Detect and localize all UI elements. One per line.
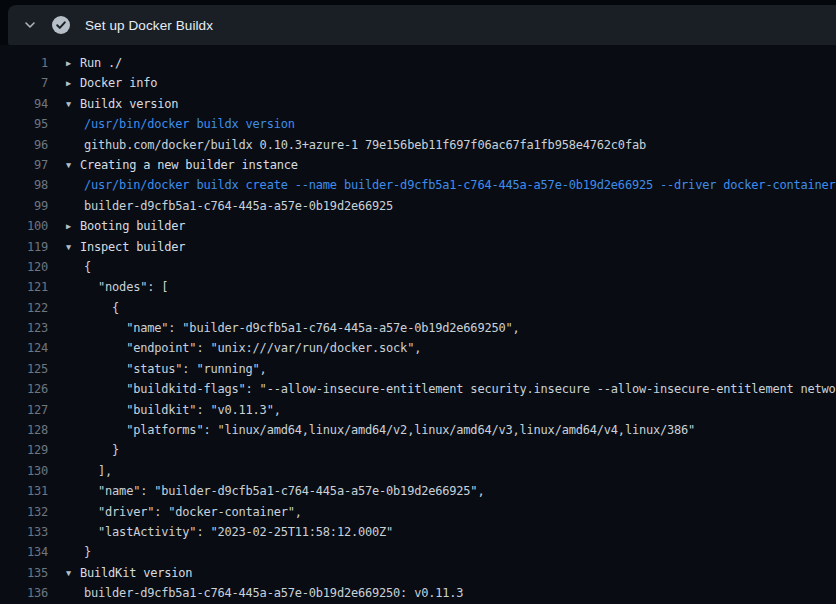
line-number[interactable]: 123	[0, 318, 48, 338]
log-group-row[interactable]: 97▼Creating a new builder instance	[0, 155, 836, 175]
line-number[interactable]: 7	[0, 73, 48, 93]
arrow-spacer	[66, 542, 80, 562]
log-line-row: 96github.com/docker/buildx 0.10.3+azure-…	[0, 135, 836, 155]
log-output-text: "name": "builder-d9cfb5a1-c764-445a-a57e…	[80, 318, 520, 338]
triangle-right-icon[interactable]: ▶	[66, 73, 80, 93]
line-number[interactable]: 98	[0, 175, 48, 195]
line-number[interactable]: 131	[0, 481, 48, 501]
log-output-text: }	[80, 440, 119, 460]
log-group-row[interactable]: 135▼BuildKit version	[0, 563, 836, 583]
log-group-title: Run ./	[80, 53, 122, 73]
log-line-row: 122 {	[0, 298, 836, 318]
log-output-text: "buildkitd-flags": "--allow-insecure-ent…	[80, 379, 836, 399]
log-output-text: "platforms": "linux/amd64,linux/amd64/v2…	[80, 420, 695, 440]
log-output-text: builder-d9cfb5a1-c764-445a-a57e-0b19d2e6…	[80, 583, 463, 603]
log-line-row: 131 "name": "builder-d9cfb5a1-c764-445a-…	[0, 481, 836, 501]
line-number[interactable]: 132	[0, 502, 48, 522]
arrow-spacer	[66, 318, 80, 338]
log-group-title: Creating a new builder instance	[80, 155, 298, 175]
step-title: Set up Docker Buildx	[85, 18, 213, 33]
log-output-text: {	[80, 257, 91, 277]
line-number[interactable]: 134	[0, 542, 48, 562]
log-output-text: "status": "running",	[80, 359, 267, 379]
arrow-spacer	[66, 114, 80, 134]
log-line-row: 99builder-d9cfb5a1-c764-445a-a57e-0b19d2…	[0, 196, 836, 216]
line-number[interactable]: 126	[0, 379, 48, 399]
triangle-down-icon[interactable]: ▼	[66, 155, 80, 175]
arrow-spacer	[66, 583, 80, 603]
line-number[interactable]: 135	[0, 563, 48, 583]
triangle-down-icon[interactable]: ▼	[66, 94, 80, 114]
log-line-row: 136builder-d9cfb5a1-c764-445a-a57e-0b19d…	[0, 583, 836, 603]
line-number[interactable]: 95	[0, 114, 48, 134]
line-number[interactable]: 124	[0, 338, 48, 358]
line-number[interactable]: 122	[0, 298, 48, 318]
log-output-text: "nodes": [	[80, 277, 168, 297]
log-output-text: "name": "builder-d9cfb5a1-c764-445a-a57e…	[80, 481, 484, 501]
log-command-text: /usr/bin/docker buildx version	[80, 114, 295, 134]
line-number[interactable]: 120	[0, 257, 48, 277]
arrow-spacer	[66, 298, 80, 318]
triangle-down-icon[interactable]: ▼	[66, 563, 80, 583]
line-number[interactable]: 128	[0, 420, 48, 440]
log-line-row: 125 "status": "running",	[0, 359, 836, 379]
log-group-title: Booting builder	[80, 216, 185, 236]
check-circle-icon	[51, 15, 71, 35]
line-number[interactable]: 130	[0, 461, 48, 481]
log-group-row[interactable]: 1▶Run ./	[0, 53, 836, 73]
log-viewer: 1▶Run ./7▶Docker info94▼Buildx version95…	[0, 45, 836, 604]
log-line-row: 133 "lastActivity": "2023-02-25T11:58:12…	[0, 522, 836, 542]
arrow-spacer	[66, 277, 80, 297]
arrow-spacer	[66, 502, 80, 522]
step-header[interactable]: Set up Docker Buildx	[8, 5, 836, 45]
log-group-row[interactable]: 119▼Inspect builder	[0, 237, 836, 257]
arrow-spacer	[66, 175, 80, 195]
arrow-spacer	[66, 379, 80, 399]
log-line-row: 128 "platforms": "linux/amd64,linux/amd6…	[0, 420, 836, 440]
arrow-spacer	[66, 338, 80, 358]
arrow-spacer	[66, 359, 80, 379]
line-number[interactable]: 96	[0, 135, 48, 155]
log-group-row[interactable]: 100▶Booting builder	[0, 216, 836, 236]
log-group-title: Docker info	[80, 73, 157, 93]
line-number[interactable]: 97	[0, 155, 48, 175]
line-number[interactable]: 133	[0, 522, 48, 542]
line-number[interactable]: 94	[0, 94, 48, 114]
log-output-text: "driver": "docker-container",	[80, 502, 302, 522]
log-output-text: builder-d9cfb5a1-c764-445a-a57e-0b19d2e6…	[80, 196, 393, 216]
log-line-row: 130 ],	[0, 461, 836, 481]
log-output-text: "lastActivity": "2023-02-25T11:58:12.000…	[80, 522, 393, 542]
arrow-spacer	[66, 400, 80, 420]
line-number[interactable]: 129	[0, 440, 48, 460]
log-line-row: 126 "buildkitd-flags": "--allow-insecure…	[0, 379, 836, 399]
line-number[interactable]: 1	[0, 53, 48, 73]
line-number[interactable]: 119	[0, 237, 48, 257]
triangle-down-icon[interactable]: ▼	[66, 237, 80, 257]
log-group-title: Inspect builder	[80, 237, 185, 257]
line-number[interactable]: 99	[0, 196, 48, 216]
log-output-text: {	[80, 298, 119, 318]
log-command-text: /usr/bin/docker buildx create --name bui…	[80, 175, 836, 195]
log-group-row[interactable]: 94▼Buildx version	[0, 94, 836, 114]
arrow-spacer	[66, 196, 80, 216]
line-number[interactable]: 121	[0, 277, 48, 297]
log-line-row: 132 "driver": "docker-container",	[0, 502, 836, 522]
line-number[interactable]: 136	[0, 583, 48, 603]
line-number[interactable]: 100	[0, 216, 48, 236]
chevron-down-icon[interactable]	[22, 17, 38, 33]
log-line-row: 121 "nodes": [	[0, 277, 836, 297]
log-group-title: Buildx version	[80, 94, 178, 114]
log-line-row: 127 "buildkit": "v0.11.3",	[0, 400, 836, 420]
arrow-spacer	[66, 481, 80, 501]
log-line-row: 129 }	[0, 440, 836, 460]
line-number[interactable]: 125	[0, 359, 48, 379]
log-output-text: "endpoint": "unix:///var/run/docker.sock…	[80, 338, 421, 358]
triangle-right-icon[interactable]: ▶	[66, 216, 80, 236]
triangle-right-icon[interactable]: ▶	[66, 53, 80, 73]
log-line-row: 120{	[0, 257, 836, 277]
log-group-row[interactable]: 7▶Docker info	[0, 73, 836, 93]
arrow-spacer	[66, 522, 80, 542]
line-number[interactable]: 127	[0, 400, 48, 420]
arrow-spacer	[66, 461, 80, 481]
arrow-spacer	[66, 257, 80, 277]
